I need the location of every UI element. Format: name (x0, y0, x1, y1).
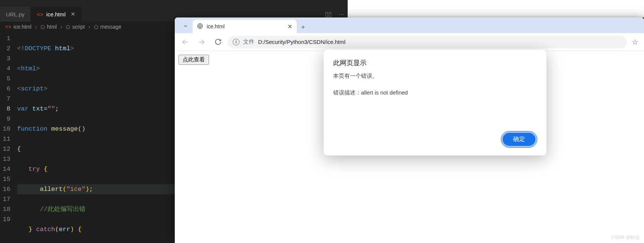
line-number: 2 (0, 44, 10, 54)
chevron-right-icon: › (61, 24, 62, 30)
html-file-icon: <> (37, 11, 44, 17)
more-actions-icon[interactable]: ⋯ (338, 10, 345, 18)
editor-tab-urlpy[interactable]: URL.py (0, 7, 31, 22)
line-number: 11 (0, 134, 10, 144)
line-number: 16 (0, 184, 10, 194)
js-alert-dialog: 此网页显示 本页有一个错误。 错误描述：allert is not define… (323, 49, 547, 156)
line-number-gutter: 1 2 3 4 5 6 7 8 9 10 11 12 13 14 15 16 1… (0, 33, 17, 243)
browser-toolbar: i 文件 D:/Security/Python3/CSDN/ice.html ☆ (175, 33, 644, 51)
line-number: 1 (0, 33, 10, 44)
line-number: 18 (0, 204, 10, 214)
line-number: 6 (0, 84, 10, 94)
browser-tab-strip: ice.html ✕ ＋ (175, 17, 644, 33)
html-file-icon: <> (5, 24, 11, 30)
breadcrumb-label: message (100, 24, 122, 30)
tab-search-button[interactable] (178, 19, 193, 33)
dialog-footer: 确定 (333, 131, 537, 147)
symbol-module-icon: ⬡ (66, 24, 70, 30)
reload-button[interactable] (211, 35, 225, 49)
address-hint: 文件 (243, 38, 254, 45)
forward-button[interactable] (195, 35, 208, 49)
background-panel (348, 0, 644, 17)
address-url: D:/Security/Python3/CSDN/ice.html (258, 39, 345, 45)
split-editor-icon[interactable]: ▯▯ (325, 10, 332, 18)
line-number: 15 (0, 174, 10, 184)
watermark-text: CSDN @秋说 (611, 234, 640, 241)
line-number: 8 (0, 104, 10, 114)
breadcrumb-label: script (72, 24, 84, 30)
back-button[interactable] (178, 35, 192, 49)
browser-window: ice.html ✕ ＋ i 文件 D:/Security/Python3/CS… (175, 17, 644, 243)
line-number: 3 (0, 54, 10, 64)
line-number: 5 (0, 74, 10, 84)
tab-label: URL.py (6, 11, 25, 17)
line-number: 13 (0, 154, 10, 164)
browser-tab[interactable]: ice.html ✕ (193, 20, 297, 33)
site-info-icon[interactable]: i (233, 39, 239, 45)
line-number: 12 (0, 144, 10, 154)
close-icon[interactable]: ✕ (71, 11, 75, 17)
breadcrumb-seg-message[interactable]: ⬡ message (94, 24, 122, 30)
breadcrumb-label: html (47, 24, 57, 30)
breadcrumb-seg-html[interactable]: ⬡ html (41, 24, 57, 30)
line-number: 9 (0, 114, 10, 124)
breadcrumb-seg-script[interactable]: ⬡ script (66, 24, 84, 30)
chevron-right-icon: › (35, 24, 37, 30)
vscode-title-strip (0, 0, 348, 7)
editor-tab-icehtml[interactable]: <> ice.html ✕ (31, 7, 82, 22)
dialog-title: 此网页显示 (333, 58, 537, 67)
breadcrumb-label: ice.html (13, 24, 31, 30)
line-number: 4 (0, 64, 10, 74)
browser-tab-label: ice.html (207, 23, 225, 29)
tab-label: ice.html (46, 11, 66, 17)
dialog-message: 本页有一个错误。 错误描述：allert is not defined (333, 72, 537, 120)
browser-content: 点此查看 此网页显示 本页有一个错误。 错误描述：allert is not d… (175, 51, 644, 243)
line-number: 14 (0, 164, 10, 174)
chevron-right-icon: › (88, 24, 90, 30)
address-bar[interactable]: i 文件 D:/Security/Python3/CSDN/ice.html (228, 36, 627, 48)
page-trigger-button[interactable]: 点此查看 (178, 55, 209, 65)
line-number: 19 (0, 214, 10, 224)
line-number: 10 (0, 124, 10, 134)
breadcrumb-seg-file[interactable]: <> ice.html (5, 24, 32, 30)
line-number: 7 (0, 94, 10, 104)
line-number: 17 (0, 194, 10, 204)
new-tab-button[interactable]: ＋ (297, 20, 309, 33)
symbol-module-icon: ⬡ (41, 24, 45, 30)
bookmark-icon[interactable]: ☆ (630, 38, 640, 47)
symbol-function-icon: ⬡ (94, 24, 98, 30)
dialog-ok-button[interactable]: 确定 (501, 131, 537, 147)
globe-icon (197, 23, 203, 30)
close-icon[interactable]: ✕ (287, 23, 292, 30)
